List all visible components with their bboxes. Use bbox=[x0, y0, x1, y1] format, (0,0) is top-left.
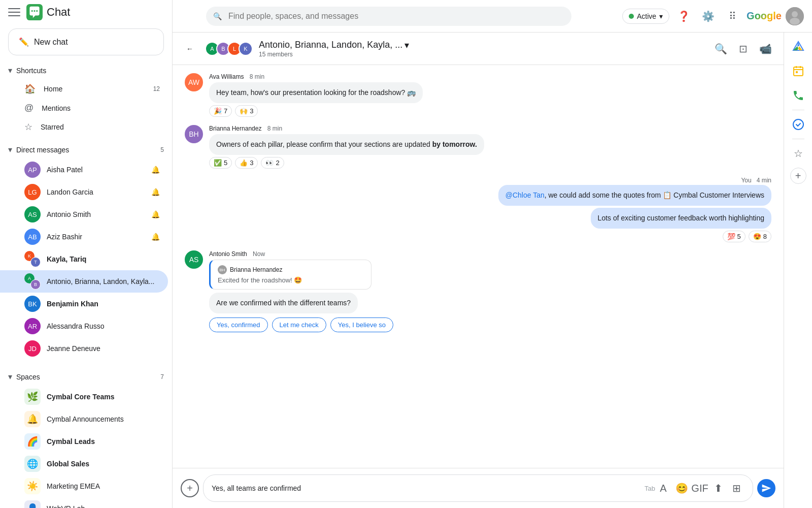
calendar-rail-icon[interactable] bbox=[788, 61, 808, 81]
cymbal-core-icon: 🌿 bbox=[24, 389, 41, 405]
mention-chloe: @Chloe Tan bbox=[505, 191, 545, 199]
reaction-2-2[interactable]: 👍 3 bbox=[235, 157, 258, 169]
message-input-box[interactable]: Yes, all teams are confirmed Tab A 😊 GIF… bbox=[203, 474, 753, 502]
benjamin-avatar: BK bbox=[24, 296, 41, 312]
chat-video-button[interactable]: 📹 bbox=[755, 39, 775, 59]
message-group-4: AS Antonio Smith Now BH Brianna Hernande… bbox=[185, 250, 771, 332]
gif-button[interactable]: GIF bbox=[692, 480, 708, 496]
marketing-icon: ☀️ bbox=[24, 478, 41, 494]
spaces-count: 7 bbox=[160, 373, 164, 380]
spaces-header[interactable]: ▾ Spaces 7 bbox=[0, 368, 172, 386]
reaction-2-1[interactable]: ✅ 5 bbox=[209, 157, 232, 169]
dm-item-landon[interactable]: LG Landon Garcia 🔔 bbox=[0, 181, 168, 203]
dm-item-aziz[interactable]: AB Aziz Bashir 🔔 bbox=[0, 226, 168, 248]
svg-point-12 bbox=[793, 119, 803, 130]
back-button[interactable]: ← bbox=[181, 40, 199, 58]
reaction-self-1[interactable]: 💯 5 bbox=[723, 231, 746, 242]
reply-text-4: Excited for the roadshow! 🤩 bbox=[218, 276, 364, 284]
svg-point-3 bbox=[36, 10, 38, 12]
upload-button[interactable]: ⬆ bbox=[710, 480, 726, 496]
reaction-self-2[interactable]: 😍 8 bbox=[749, 231, 771, 242]
cymbal-leads-icon: 🌈 bbox=[24, 433, 41, 450]
new-chat-icon: ✏️ bbox=[19, 37, 29, 47]
msg-time-2: 8 min bbox=[267, 125, 282, 132]
smart-reply-3[interactable]: Yes, I believe so bbox=[330, 318, 393, 332]
search-input[interactable] bbox=[206, 7, 571, 26]
dm-item-alessandra[interactable]: AR Alessandra Russo bbox=[0, 315, 168, 337]
send-button[interactable] bbox=[757, 479, 775, 497]
status-badge[interactable]: Active ▾ bbox=[622, 9, 669, 24]
more-options-button[interactable]: ⊞ bbox=[728, 480, 745, 496]
reaction-1-2[interactable]: 🙌 3 bbox=[235, 105, 258, 117]
phone-rail-icon[interactable] bbox=[788, 85, 808, 106]
msg-content-1: Ava Williams 8 min Hey team, how's our p… bbox=[209, 73, 423, 117]
dm-header[interactable]: ▾ Direct messages 5 bbox=[0, 141, 172, 158]
space-item-marketing[interactable]: ☀️ Marketing EMEA bbox=[0, 475, 172, 497]
star-rail-icon[interactable]: ☆ bbox=[788, 143, 808, 164]
message-row-1: AW Ava Williams 8 min Hey team, how's ou… bbox=[185, 73, 771, 117]
send-icon bbox=[761, 483, 771, 493]
msg-time-4: Now bbox=[253, 250, 265, 258]
user-avatar[interactable] bbox=[786, 7, 804, 25]
settings-button[interactable]: ⚙️ bbox=[698, 6, 718, 26]
svg-point-1 bbox=[31, 10, 33, 12]
ava-avatar: AW bbox=[185, 73, 203, 91]
dm-item-antonio[interactable]: AS Antonio Smith 🔔 bbox=[0, 203, 168, 226]
sidebar-item-mentions[interactable]: @ Mentions bbox=[0, 99, 168, 117]
space-item-cymbal-ann[interactable]: 🔔 Cymbal Announcements bbox=[0, 408, 172, 430]
add-attachment-button[interactable]: + bbox=[181, 479, 199, 497]
messages-area: AW Ava Williams 8 min Hey team, how's ou… bbox=[173, 65, 784, 468]
reaction-2-3[interactable]: 👀 2 bbox=[261, 157, 284, 169]
svg-rect-7 bbox=[794, 67, 803, 76]
chat-search-button[interactable]: 🔍 bbox=[710, 39, 731, 59]
right-rail: ☆ + bbox=[784, 33, 812, 508]
reactions-2: ✅ 5 👍 3 👀 2 bbox=[209, 157, 484, 169]
status-label: Active bbox=[637, 12, 656, 20]
brianna-avatar: BH bbox=[185, 125, 203, 143]
space-item-cymbal-leads[interactable]: 🌈 Cymbal Leads bbox=[0, 430, 172, 453]
reply-sender-name: Brianna Hernandez bbox=[230, 266, 282, 273]
dm-label: Direct messages bbox=[16, 146, 69, 154]
chat-main: ← A B L K Antonio, Brianna, Landon, Kayl… bbox=[173, 33, 784, 508]
spaces-section: ▾ Spaces 7 🌿 Cymbal Core Teams 🔔 Cymbal … bbox=[0, 366, 172, 508]
add-rail-button[interactable]: + bbox=[790, 168, 806, 184]
webvr-name: WebVR Lab bbox=[47, 504, 85, 508]
group-active-name: Antonio, Brianna, Landon, Kayla... bbox=[47, 277, 160, 285]
shortcuts-header[interactable]: ▾ Shortcuts bbox=[0, 61, 172, 79]
cymbal-core-name: Cymbal Core Teams bbox=[47, 393, 115, 401]
space-item-cymbal-core[interactable]: 🌿 Cymbal Core Teams bbox=[0, 386, 172, 408]
top-right: Active ▾ ❓ ⚙️ ⠿ Google bbox=[622, 6, 804, 26]
apps-button[interactable]: ⠿ bbox=[722, 6, 742, 26]
format-text-button[interactable]: A bbox=[655, 480, 671, 496]
home-label: Home bbox=[44, 85, 62, 93]
dm-item-aisha[interactable]: AP Aisha Patel 🔔 bbox=[0, 158, 168, 181]
tasks-rail-icon[interactable] bbox=[788, 114, 808, 135]
drive-rail-icon[interactable] bbox=[788, 37, 808, 57]
chat-expand-button[interactable]: ⊡ bbox=[733, 39, 753, 59]
new-chat-label: New chat bbox=[34, 38, 68, 47]
space-item-global-sales[interactable]: 🌐 Global Sales bbox=[0, 453, 172, 475]
sidebar-item-starred[interactable]: ☆ Starred bbox=[0, 117, 168, 137]
chat-members: 15 members bbox=[259, 51, 710, 58]
smart-reply-2[interactable]: Let me check bbox=[272, 318, 326, 332]
new-chat-button[interactable]: ✏️ New chat bbox=[8, 28, 164, 55]
message-row-4: AS Antonio Smith Now BH Brianna Hernande… bbox=[185, 250, 771, 332]
top-bar: 🔍 Active ▾ ❓ ⚙️ ⠿ Google bbox=[173, 0, 812, 33]
msg-meta-1: Ava Williams 8 min bbox=[209, 73, 423, 80]
smart-reply-1[interactable]: Yes, confirmed bbox=[209, 318, 268, 332]
global-sales-name: Global Sales bbox=[47, 460, 89, 468]
space-item-webvr[interactable]: 👤 WebVR Lab bbox=[0, 497, 172, 508]
status-dot bbox=[629, 14, 634, 19]
main-area: 🔍 Active ▾ ❓ ⚙️ ⠿ Google bbox=[173, 0, 812, 508]
jeanne-name: Jeanne Deneuve bbox=[47, 344, 160, 353]
dm-item-benjamin[interactable]: BK Benjamin Khan bbox=[0, 293, 168, 315]
help-button[interactable]: ❓ bbox=[673, 6, 694, 26]
dm-item-jeanne[interactable]: JD Jeanne Deneuve bbox=[0, 337, 168, 360]
emoji-button[interactable]: 😊 bbox=[673, 480, 690, 496]
reaction-1-1[interactable]: 🎉 7 bbox=[209, 105, 232, 117]
dm-item-group-active[interactable]: A B Antonio, Brianna, Landon, Kayla... bbox=[0, 270, 168, 293]
menu-icon[interactable] bbox=[8, 6, 20, 18]
sidebar-item-home[interactable]: 🏠 Home 12 bbox=[0, 79, 168, 99]
dm-item-kayla-tariq[interactable]: K T Kayla, Tariq bbox=[0, 248, 168, 270]
chat-title[interactable]: Antonio, Brianna, Landon, Kayla, ... ▾ bbox=[259, 40, 710, 51]
